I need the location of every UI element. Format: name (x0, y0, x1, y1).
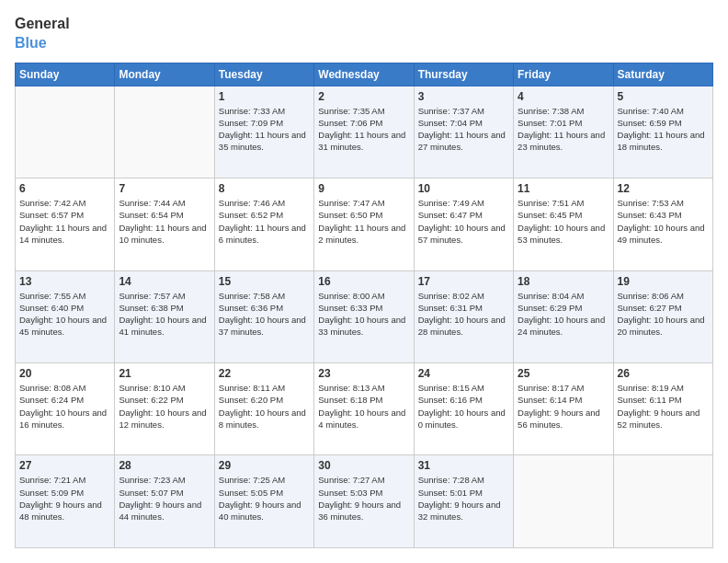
day-info: Sunrise: 7:23 AM Sunset: 5:07 PM Dayligh… (119, 474, 210, 523)
calendar-week-row: 1Sunrise: 7:33 AM Sunset: 7:09 PM Daylig… (16, 86, 713, 178)
day-info: Sunrise: 7:47 AM Sunset: 6:50 PM Dayligh… (318, 197, 409, 246)
logo: General Blue GeneralBlue (15, 15, 70, 53)
day-number: 12 (618, 182, 709, 195)
calendar-cell (16, 86, 115, 178)
day-info: Sunrise: 7:44 AM Sunset: 6:54 PM Dayligh… (119, 197, 210, 246)
calendar-cell: 24Sunrise: 8:15 AM Sunset: 6:16 PM Dayli… (414, 363, 513, 455)
calendar-table: SundayMondayTuesdayWednesdayThursdayFrid… (15, 63, 713, 548)
day-number: 27 (19, 459, 110, 472)
day-info: Sunrise: 7:53 AM Sunset: 6:43 PM Dayligh… (618, 197, 709, 246)
day-info: Sunrise: 7:28 AM Sunset: 5:01 PM Dayligh… (418, 474, 509, 523)
calendar-day-header: Sunday (16, 63, 115, 86)
day-number: 3 (418, 90, 509, 103)
calendar-cell: 16Sunrise: 8:00 AM Sunset: 6:33 PM Dayli… (314, 270, 414, 362)
logo-blue: Blue (15, 35, 47, 51)
day-info: Sunrise: 8:02 AM Sunset: 6:31 PM Dayligh… (418, 290, 509, 339)
calendar-header-row: SundayMondayTuesdayWednesdayThursdayFrid… (16, 63, 713, 86)
day-number: 23 (318, 367, 409, 380)
day-info: Sunrise: 7:35 AM Sunset: 7:06 PM Dayligh… (318, 105, 409, 154)
calendar-cell: 27Sunrise: 7:21 AM Sunset: 5:09 PM Dayli… (16, 455, 115, 548)
day-number: 26 (618, 367, 709, 380)
day-number: 25 (518, 367, 609, 380)
calendar-cell: 11Sunrise: 7:51 AM Sunset: 6:45 PM Dayli… (514, 178, 613, 270)
calendar-cell: 7Sunrise: 7:44 AM Sunset: 6:54 PM Daylig… (115, 178, 214, 270)
calendar-cell: 2Sunrise: 7:35 AM Sunset: 7:06 PM Daylig… (314, 86, 414, 178)
day-number: 18 (518, 275, 609, 288)
calendar-cell: 8Sunrise: 7:46 AM Sunset: 6:52 PM Daylig… (214, 178, 313, 270)
day-info: Sunrise: 8:08 AM Sunset: 6:24 PM Dayligh… (19, 382, 110, 431)
calendar-cell (514, 455, 613, 548)
calendar-week-row: 27Sunrise: 7:21 AM Sunset: 5:09 PM Dayli… (16, 455, 713, 548)
calendar-cell: 5Sunrise: 7:40 AM Sunset: 6:59 PM Daylig… (613, 86, 712, 178)
day-info: Sunrise: 8:11 AM Sunset: 6:20 PM Dayligh… (219, 382, 310, 431)
calendar-week-row: 6Sunrise: 7:42 AM Sunset: 6:57 PM Daylig… (16, 178, 713, 270)
day-number: 22 (219, 367, 310, 380)
day-info: Sunrise: 7:55 AM Sunset: 6:40 PM Dayligh… (19, 290, 110, 339)
day-info: Sunrise: 7:42 AM Sunset: 6:57 PM Dayligh… (19, 197, 110, 246)
day-info: Sunrise: 7:27 AM Sunset: 5:03 PM Dayligh… (318, 474, 409, 523)
day-number: 7 (119, 182, 210, 195)
day-info: Sunrise: 8:15 AM Sunset: 6:16 PM Dayligh… (418, 382, 509, 431)
calendar-cell: 29Sunrise: 7:25 AM Sunset: 5:05 PM Dayli… (214, 455, 313, 548)
day-info: Sunrise: 7:40 AM Sunset: 6:59 PM Dayligh… (618, 105, 709, 154)
calendar-cell (613, 455, 712, 548)
day-info: Sunrise: 7:46 AM Sunset: 6:52 PM Dayligh… (219, 197, 310, 246)
calendar-cell: 1Sunrise: 7:33 AM Sunset: 7:09 PM Daylig… (214, 86, 313, 178)
calendar-cell: 19Sunrise: 8:06 AM Sunset: 6:27 PM Dayli… (613, 270, 712, 362)
calendar-cell: 10Sunrise: 7:49 AM Sunset: 6:47 PM Dayli… (414, 178, 513, 270)
day-info: Sunrise: 7:57 AM Sunset: 6:38 PM Dayligh… (119, 290, 210, 339)
calendar-cell: 25Sunrise: 8:17 AM Sunset: 6:14 PM Dayli… (514, 363, 613, 455)
day-info: Sunrise: 8:10 AM Sunset: 6:22 PM Dayligh… (119, 382, 210, 431)
day-info: Sunrise: 7:33 AM Sunset: 7:09 PM Dayligh… (219, 105, 310, 154)
day-number: 4 (518, 90, 609, 103)
day-info: Sunrise: 8:00 AM Sunset: 6:33 PM Dayligh… (318, 290, 409, 339)
calendar-cell: 21Sunrise: 8:10 AM Sunset: 6:22 PM Dayli… (115, 363, 214, 455)
day-number: 30 (318, 459, 409, 472)
day-info: Sunrise: 7:38 AM Sunset: 7:01 PM Dayligh… (518, 105, 609, 154)
day-number: 6 (19, 182, 110, 195)
day-number: 10 (418, 182, 509, 195)
day-number: 21 (119, 367, 210, 380)
calendar-cell: 26Sunrise: 8:19 AM Sunset: 6:11 PM Dayli… (613, 363, 712, 455)
day-number: 29 (219, 459, 310, 472)
day-info: Sunrise: 7:37 AM Sunset: 7:04 PM Dayligh… (418, 105, 509, 154)
day-number: 24 (418, 367, 509, 380)
calendar-day-header: Monday (115, 63, 214, 86)
calendar-cell: 9Sunrise: 7:47 AM Sunset: 6:50 PM Daylig… (314, 178, 414, 270)
day-info: Sunrise: 8:06 AM Sunset: 6:27 PM Dayligh… (618, 290, 709, 339)
day-number: 28 (119, 459, 210, 472)
calendar-cell: 22Sunrise: 8:11 AM Sunset: 6:20 PM Dayli… (214, 363, 313, 455)
day-info: Sunrise: 7:51 AM Sunset: 6:45 PM Dayligh… (518, 197, 609, 246)
calendar-day-header: Tuesday (214, 63, 313, 86)
calendar-cell: 18Sunrise: 8:04 AM Sunset: 6:29 PM Dayli… (514, 270, 613, 362)
day-number: 17 (418, 275, 509, 288)
calendar-cell: 13Sunrise: 7:55 AM Sunset: 6:40 PM Dayli… (16, 270, 115, 362)
day-info: Sunrise: 8:17 AM Sunset: 6:14 PM Dayligh… (518, 382, 609, 431)
calendar-cell: 30Sunrise: 7:27 AM Sunset: 5:03 PM Dayli… (314, 455, 414, 548)
logo-text: GeneralBlue (15, 15, 70, 53)
day-info: Sunrise: 8:13 AM Sunset: 6:18 PM Dayligh… (318, 382, 409, 431)
calendar-day-header: Thursday (414, 63, 513, 86)
day-info: Sunrise: 7:49 AM Sunset: 6:47 PM Dayligh… (418, 197, 509, 246)
day-info: Sunrise: 7:58 AM Sunset: 6:36 PM Dayligh… (219, 290, 310, 339)
day-number: 9 (318, 182, 409, 195)
calendar-week-row: 20Sunrise: 8:08 AM Sunset: 6:24 PM Dayli… (16, 363, 713, 455)
day-number: 15 (219, 275, 310, 288)
calendar-cell: 3Sunrise: 7:37 AM Sunset: 7:04 PM Daylig… (414, 86, 513, 178)
calendar-cell: 15Sunrise: 7:58 AM Sunset: 6:36 PM Dayli… (214, 270, 313, 362)
day-info: Sunrise: 7:25 AM Sunset: 5:05 PM Dayligh… (219, 474, 310, 523)
day-number: 11 (518, 182, 609, 195)
calendar-cell: 6Sunrise: 7:42 AM Sunset: 6:57 PM Daylig… (16, 178, 115, 270)
day-number: 13 (19, 275, 110, 288)
calendar-cell: 28Sunrise: 7:23 AM Sunset: 5:07 PM Dayli… (115, 455, 214, 548)
calendar-cell: 12Sunrise: 7:53 AM Sunset: 6:43 PM Dayli… (613, 178, 712, 270)
day-number: 2 (318, 90, 409, 103)
calendar-day-header: Friday (514, 63, 613, 86)
day-number: 16 (318, 275, 409, 288)
day-number: 5 (618, 90, 709, 103)
calendar-cell: 20Sunrise: 8:08 AM Sunset: 6:24 PM Dayli… (16, 363, 115, 455)
day-number: 19 (618, 275, 709, 288)
calendar-day-header: Wednesday (314, 63, 414, 86)
calendar-cell: 31Sunrise: 7:28 AM Sunset: 5:01 PM Dayli… (414, 455, 513, 548)
calendar-week-row: 13Sunrise: 7:55 AM Sunset: 6:40 PM Dayli… (16, 270, 713, 362)
